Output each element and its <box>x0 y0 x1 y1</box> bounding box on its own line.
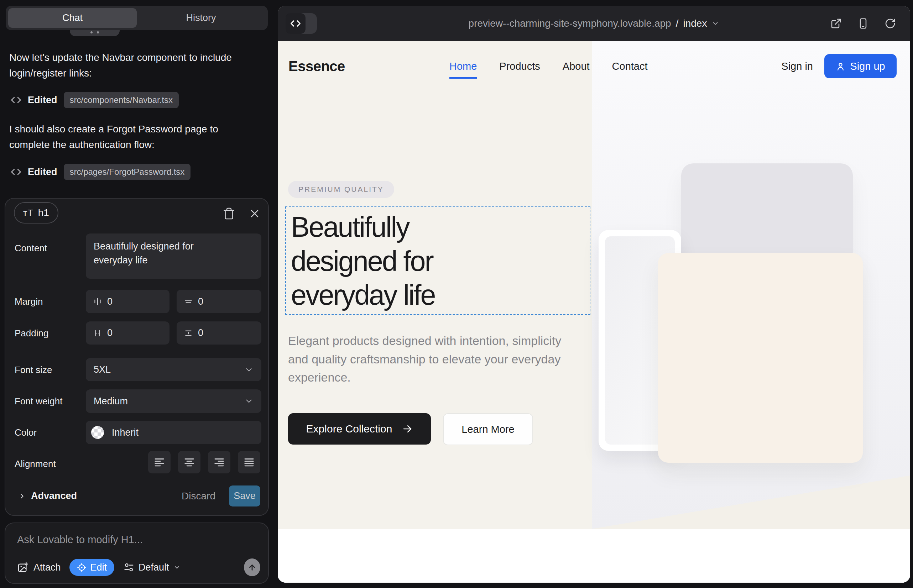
chevron-down-icon <box>173 564 181 571</box>
padding-horizontal-icon <box>93 328 102 338</box>
text-type-icon: тT <box>23 208 34 218</box>
edited-file-row: Edited src/components/Navbar.tsx <box>11 92 179 108</box>
align-justify-button[interactable] <box>238 451 260 473</box>
assistant-message: I should also create a Forgot Password p… <box>9 121 247 153</box>
code-icon <box>11 166 21 177</box>
preview-window: preview--charming-site-symphony.lovable.… <box>278 6 910 583</box>
site-logo[interactable]: Essence <box>288 58 345 74</box>
align-center-button[interactable] <box>178 451 201 473</box>
attach-button[interactable]: Attach <box>17 562 61 573</box>
content-textarea[interactable]: Beautifully designed for everyday life <box>86 234 261 279</box>
hero-description: Elegant products designed with intention… <box>288 332 566 387</box>
lovable-app: Chat History Now let's update the Navbar… <box>0 0 913 588</box>
align-left-button[interactable] <box>148 451 170 473</box>
image-plus-icon <box>17 562 29 573</box>
advanced-toggle[interactable]: Advanced <box>18 491 77 501</box>
sign-up-button[interactable]: Sign up <box>824 54 897 78</box>
chevron-down-icon <box>244 396 254 406</box>
site-nav-links: Home Products About Contact <box>449 41 648 91</box>
nav-link-home[interactable]: Home <box>449 60 477 72</box>
target-icon <box>77 563 87 572</box>
hero-heading[interactable]: Beautifully designed for everyday life <box>286 207 507 312</box>
preview-viewport: Essence Home Products About Contact Sign… <box>278 41 910 583</box>
font-size-label: Font size <box>15 365 52 375</box>
nav-link-products[interactable]: Products <box>499 60 540 72</box>
chevron-right-icon <box>18 492 26 500</box>
font-size-select[interactable]: 5XL <box>86 358 261 381</box>
explore-collection-button[interactable]: Explore Collection <box>288 413 431 444</box>
chat-input-toolbar: Attach Edit Default <box>17 558 260 577</box>
site-navbar: Essence Home Products About Contact Sign… <box>278 41 910 91</box>
arrow-right-icon <box>402 423 413 434</box>
delete-element-button[interactable] <box>223 207 235 220</box>
premium-quality-badge: PREMIUM QUALITY <box>288 181 394 198</box>
url-page: index <box>683 18 707 29</box>
url-domain: preview--charming-site-symphony.lovable.… <box>469 18 671 29</box>
color-swatch <box>91 426 104 439</box>
chat-input-panel: Ask Lovable to modify H1... Attach Edit … <box>5 522 269 584</box>
margin-x-input[interactable]: 0 <box>86 290 170 313</box>
open-external-icon[interactable] <box>830 18 842 29</box>
align-right-button[interactable] <box>208 451 230 473</box>
assistant-message: Now let's update the Navbar component to… <box>9 50 247 81</box>
alignment-buttons <box>148 451 260 473</box>
hero-cta-row: Explore Collection Learn More <box>288 413 533 445</box>
h1-selection-outline[interactable]: Beautifully designed for everyday life <box>285 207 590 315</box>
mobile-view-icon[interactable] <box>858 18 869 29</box>
align-justify-icon <box>244 457 254 468</box>
align-center-icon <box>184 457 195 468</box>
code-icon <box>11 95 21 105</box>
cream-wedge-shape <box>592 475 910 529</box>
color-label: Color <box>15 427 37 438</box>
decor-cream-card <box>658 253 863 463</box>
sign-in-link[interactable]: Sign in <box>781 60 813 72</box>
align-left-icon <box>154 457 165 468</box>
color-select[interactable]: Inherit <box>86 421 261 444</box>
padding-y-input[interactable]: 0 <box>176 321 261 344</box>
edited-label: Edited <box>28 95 57 106</box>
edited-file-chip[interactable]: src/components/Navbar.tsx <box>64 92 179 108</box>
font-weight-label: Font weight <box>15 396 62 407</box>
user-icon <box>836 61 845 71</box>
model-selector[interactable]: Default <box>123 562 181 573</box>
padding-vertical-icon <box>184 328 193 338</box>
padding-label: Padding <box>15 328 49 339</box>
learn-more-button[interactable]: Learn More <box>443 413 533 445</box>
font-weight-select[interactable]: Medium <box>86 389 261 413</box>
preview-toolbar: preview--charming-site-symphony.lovable.… <box>278 6 910 41</box>
nav-link-about[interactable]: About <box>563 60 590 72</box>
chat-input[interactable]: Ask Lovable to modify H1... <box>17 534 143 546</box>
edited-file-row: Edited src/pages/ForgotPassword.tsx <box>11 164 191 180</box>
save-button[interactable]: Save <box>229 486 260 507</box>
discard-button[interactable]: Discard <box>181 491 215 502</box>
margin-label: Margin <box>15 296 43 307</box>
tag-name: h1 <box>38 207 49 218</box>
alignment-label: Alignment <box>15 459 56 470</box>
edited-file-chip[interactable]: src/pages/ForgotPassword.tsx <box>64 164 191 180</box>
tab-chat[interactable]: Chat <box>8 8 137 28</box>
preview-url[interactable]: preview--charming-site-symphony.lovable.… <box>278 6 910 41</box>
edited-label: Edited <box>28 166 57 178</box>
selected-element-tag: тT h1 <box>14 202 58 223</box>
send-button[interactable] <box>244 559 260 576</box>
element-editor-panel: тT h1 Content Beautifully designed for e… <box>5 198 269 516</box>
padding-x-input[interactable]: 0 <box>86 321 170 344</box>
chat-history-tabbar: Chat History <box>6 6 268 30</box>
chevron-down-icon <box>244 365 254 375</box>
content-label: Content <box>15 243 47 254</box>
arrow-up-icon <box>248 563 257 572</box>
close-panel-button[interactable] <box>248 207 261 220</box>
margin-y-input[interactable]: 0 <box>176 290 261 313</box>
sliders-icon <box>123 562 134 573</box>
nav-link-contact[interactable]: Contact <box>612 60 648 72</box>
margin-horizontal-icon <box>93 297 102 306</box>
editor-footer: Advanced Discard Save <box>18 486 260 507</box>
preview-actions <box>830 6 896 41</box>
refresh-icon[interactable] <box>884 18 896 29</box>
url-separator: / <box>676 18 679 29</box>
align-right-icon <box>214 457 225 468</box>
edit-mode-pill[interactable]: Edit <box>70 559 115 576</box>
tab-history[interactable]: History <box>137 8 265 28</box>
margin-vertical-icon <box>184 297 193 306</box>
chevron-down-icon <box>711 19 719 27</box>
